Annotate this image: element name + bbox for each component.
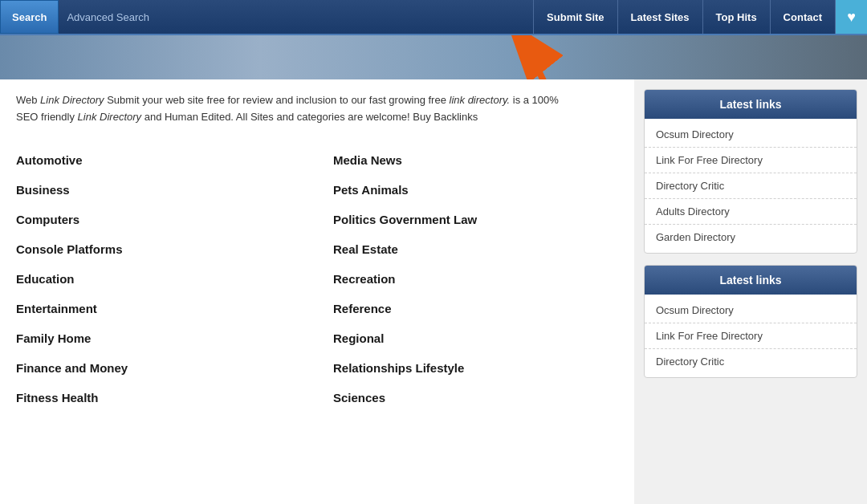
header-nav: Submit Site Latest Sites Top Hits Contac…	[533, 0, 867, 34]
advanced-search-link[interactable]: Advanced Search	[67, 11, 149, 23]
sidebar: Latest links Ocsum DirectoryLink For Fre…	[634, 79, 867, 504]
category-item[interactable]: Business	[16, 175, 301, 205]
sidebar-link-item[interactable]: Ocsum Directory	[645, 122, 857, 148]
sidebar-link-item[interactable]: Link For Free Directory	[645, 148, 857, 173]
search-button[interactable]: Search	[0, 0, 59, 34]
content-area: Web Link Directory Submit your web site …	[0, 79, 634, 504]
nav-item-contact[interactable]: Contact	[770, 0, 835, 34]
rss-icon: ♥	[847, 9, 856, 26]
sidebar-link-item[interactable]: Directory Critic	[645, 349, 857, 374]
category-item[interactable]: Regional	[333, 323, 618, 353]
banner	[0, 35, 867, 79]
categories-grid: AutomotiveBusinessComputersConsole Platf…	[16, 145, 618, 413]
sidebar-box-2: Latest links Ocsum DirectoryLink For Fre…	[644, 265, 857, 378]
sidebar-link-item[interactable]: Garden Directory	[645, 225, 857, 250]
category-item[interactable]: Education	[16, 264, 301, 294]
category-item[interactable]: Computers	[16, 205, 301, 234]
category-item[interactable]: Media News	[333, 145, 618, 175]
category-item[interactable]: Relationships Lifestyle	[333, 353, 618, 383]
nav-item-top-hits[interactable]: Top Hits	[702, 0, 770, 34]
category-item[interactable]: Real Estate	[333, 234, 618, 264]
sidebar-box-1: Latest links Ocsum DirectoryLink For Fre…	[644, 89, 857, 254]
intro-text: Web Link Directory Submit your web site …	[16, 92, 562, 126]
category-item[interactable]: Automotive	[16, 145, 301, 175]
nav-item-submit-site[interactable]: Submit Site	[533, 0, 617, 34]
sidebar-link-item[interactable]: Link For Free Directory	[645, 323, 857, 349]
category-item[interactable]: Reference	[333, 294, 618, 323]
rss-button[interactable]: ♥	[835, 0, 867, 34]
category-item[interactable]: Finance and Money	[16, 353, 301, 383]
sidebar-box-2-link-list: Ocsum DirectoryLink For Free DirectoryDi…	[645, 295, 857, 377]
banner-image	[0, 35, 867, 79]
sidebar-box-1-title: Latest links	[645, 90, 857, 119]
sidebar-box-1-link-list: Ocsum DirectoryLink For Free DirectoryDi…	[645, 119, 857, 253]
sidebar-link-item[interactable]: Adults Directory	[645, 199, 857, 225]
sidebar-link-item[interactable]: Directory Critic	[645, 173, 857, 199]
sidebar-link-item[interactable]: Ocsum Directory	[645, 298, 857, 323]
category-item[interactable]: Politics Government Law	[333, 205, 618, 234]
sidebar-box-2-title: Latest links	[645, 266, 857, 295]
categories-right-col: Media NewsPets AnimalsPolitics Governmen…	[333, 145, 618, 413]
category-item[interactable]: Fitness Health	[16, 383, 301, 413]
category-item[interactable]: Family Home	[16, 323, 301, 353]
main-container: Web Link Directory Submit your web site …	[0, 79, 867, 504]
category-item[interactable]: Console Platforms	[16, 234, 301, 264]
category-item[interactable]: Recreation	[333, 264, 618, 294]
category-item[interactable]: Pets Animals	[333, 175, 618, 205]
category-item[interactable]: Entertainment	[16, 294, 301, 323]
categories-left-col: AutomotiveBusinessComputersConsole Platf…	[16, 145, 301, 413]
header: Search Advanced Search Submit Site Lates…	[0, 0, 867, 35]
category-item[interactable]: Sciences	[333, 383, 618, 413]
nav-item-latest-sites[interactable]: Latest Sites	[617, 0, 702, 34]
